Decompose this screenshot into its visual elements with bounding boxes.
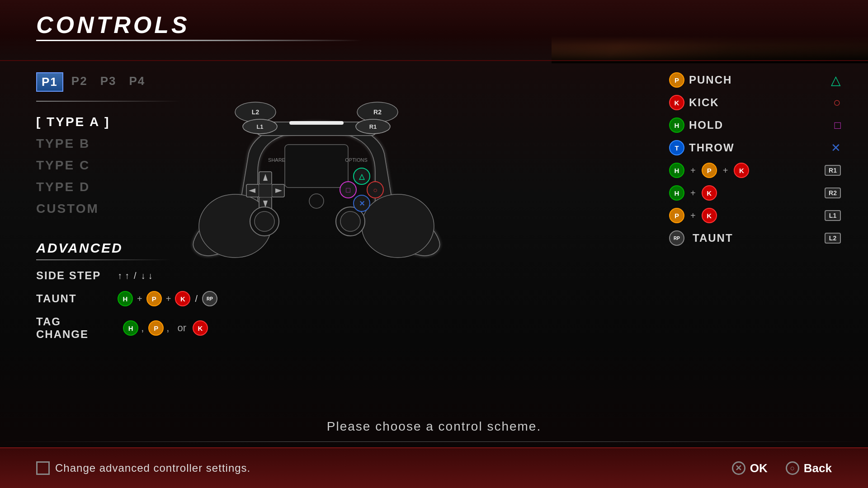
kick-ps-icon: ○ — [833, 95, 841, 110]
svg-text:R1: R1 — [369, 123, 377, 130]
kick-mapping: K KICK ○ — [669, 95, 841, 110]
controller-image: L2 R2 L1 R1 SHARE OPTIONS — [185, 81, 448, 262]
tag-k-btn: K — [193, 320, 208, 336]
back-label: Back — [804, 461, 832, 475]
type-d-label: TYPE D — [36, 180, 90, 194]
punch-mapping: P PUNCH △ — [669, 72, 841, 88]
hold-mapping: H HOLD □ — [669, 117, 841, 133]
throw-ps-icon: ✕ — [831, 141, 841, 155]
r1-plus-2: + — [723, 165, 728, 176]
bracket-open: [ — [36, 115, 47, 129]
side-step-value: ↑ ↑ / ↓ ↓ — [118, 271, 153, 281]
taunt-k-btn: K — [175, 291, 190, 306]
r1-shoulder-btn: R1 — [825, 165, 841, 176]
r2-plus-1: + — [690, 188, 696, 198]
kick-left: K KICK — [669, 95, 719, 110]
tag-change-row: TAG CHANGE H , P , or K — [36, 315, 208, 341]
throw-label: THROW — [689, 141, 735, 154]
l1-plus-1: + — [690, 211, 696, 221]
r2-shoulder-btn: R2 — [825, 188, 841, 198]
arrow-down-2: ↓ — [148, 271, 153, 281]
l1-k-icon: K — [702, 208, 717, 223]
r2-h-icon: H — [669, 185, 684, 201]
l2-left: RP TAUNT — [669, 230, 733, 246]
svg-text:SHARE: SHARE — [268, 157, 285, 163]
type-custom-label: CUSTOM — [36, 202, 99, 216]
tab-p2[interactable]: P2 — [67, 72, 92, 92]
punch-left: P PUNCH — [669, 72, 732, 88]
slash-separator: / — [134, 271, 137, 281]
taunt-plus-1: + — [137, 294, 142, 304]
punch-label: PUNCH — [689, 74, 732, 86]
hold-ps-icon: □ — [835, 119, 841, 131]
circle-icon: ○ — [786, 461, 799, 475]
throw-left: T THROW — [669, 140, 735, 155]
r1-h-icon: H — [669, 163, 684, 178]
page-title: CONTROLS — [36, 11, 190, 38]
ok-label: OK — [750, 461, 768, 475]
bottom-left: Change advanced controller settings. — [36, 461, 250, 475]
kick-right: ○ — [833, 95, 841, 110]
type-a-label: TYPE A — [47, 115, 99, 129]
r2-right: R2 — [825, 188, 841, 198]
main-content: P1 P2 P3 P4 [ TYPE A ] TYPE B TYPE C TYP… — [0, 63, 868, 447]
divider-line — [0, 441, 868, 442]
svg-point-26 — [255, 211, 274, 231]
l1-p-icon: P — [669, 208, 684, 223]
back-action[interactable]: ○ Back — [786, 461, 832, 475]
r1-left: H + P + K — [669, 163, 749, 178]
svg-point-1 — [362, 194, 434, 258]
tab-p3[interactable]: P3 — [96, 72, 121, 92]
svg-text:○: ○ — [373, 186, 377, 194]
punch-p-icon: P — [669, 72, 684, 88]
tag-h-btn: H — [123, 320, 138, 336]
bottom-hint: Change advanced controller settings. — [55, 462, 250, 474]
type-c-label: TYPE C — [36, 158, 90, 172]
l2-taunt-label: TAUNT — [693, 232, 733, 244]
svg-text:L1: L1 — [256, 123, 263, 130]
bracket-close: ] — [99, 115, 110, 129]
hold-h-icon: H — [669, 117, 684, 133]
l1-right: L1 — [825, 210, 841, 221]
arrow-up-1: ↑ — [118, 271, 122, 281]
l1-mapping: P + K L1 — [669, 208, 841, 223]
tag-comma-2: , — [166, 322, 169, 334]
advanced-underline — [36, 259, 172, 260]
tag-change-label: TAG CHANGE — [36, 315, 114, 341]
taunt-plus-2: + — [166, 294, 171, 304]
controller-area: L2 R2 L1 R1 SHARE OPTIONS — [172, 63, 461, 280]
r1-p-icon: P — [702, 163, 717, 178]
l2-shoulder-btn: L2 — [825, 233, 841, 244]
punch-right: △ — [831, 73, 841, 88]
throw-right: ✕ — [831, 141, 841, 155]
r2-left: H + K — [669, 185, 717, 201]
header-underline — [36, 40, 362, 41]
r2-mapping: H + K R2 — [669, 185, 841, 201]
svg-text:△: △ — [359, 173, 365, 180]
right-panel: P PUNCH △ K KICK ○ H — [669, 72, 841, 246]
ok-action[interactable]: ✕ OK — [732, 461, 768, 475]
arrow-up-2: ↑ — [125, 271, 129, 281]
taunt-h-btn: H — [118, 291, 133, 306]
tag-change-value: H , P , or K — [123, 320, 208, 336]
type-b-label: TYPE B — [36, 136, 90, 150]
mapping-list: P PUNCH △ K KICK ○ H — [669, 72, 841, 246]
tag-comma-1: , — [141, 322, 144, 334]
svg-text:✕: ✕ — [359, 200, 365, 207]
svg-text:R2: R2 — [373, 108, 382, 116]
svg-point-15 — [309, 194, 324, 208]
svg-text:OPTIONS: OPTIONS — [345, 157, 368, 163]
punch-ps-icon: △ — [831, 73, 841, 88]
kick-label: KICK — [689, 96, 719, 109]
square-icon — [36, 461, 50, 475]
svg-text:□: □ — [346, 186, 350, 194]
header: CONTROLS — [0, 0, 868, 61]
svg-text:L2: L2 — [252, 108, 259, 116]
taunt-label: TAUNT — [36, 292, 108, 305]
bottom-right: ✕ OK ○ Back — [732, 461, 832, 475]
tab-p1[interactable]: P1 — [36, 72, 63, 92]
taunt-slash: / — [195, 294, 198, 304]
l2-right: L2 — [825, 233, 841, 244]
tab-p4[interactable]: P4 — [124, 72, 150, 92]
hold-label: HOLD — [689, 119, 723, 131]
